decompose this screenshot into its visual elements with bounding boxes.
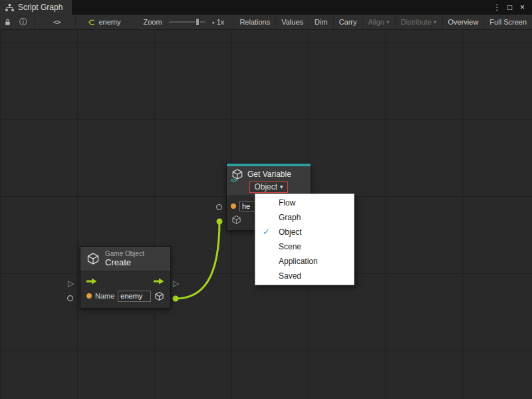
align-button[interactable]: Align ▾ — [362, 15, 395, 29]
graph-name[interactable]: enemy — [96, 18, 124, 26]
zoom-reset-icon[interactable]: ● — [212, 20, 215, 25]
code-badge-icon: <> — [231, 177, 237, 184]
values-button[interactable]: Values — [275, 15, 309, 29]
output-cube-icon[interactable] — [154, 291, 164, 301]
lock-icon[interactable] — [0, 15, 15, 29]
menu-item-flow[interactable]: Flow — [255, 196, 354, 210]
maximize-icon[interactable]: □ — [504, 0, 515, 15]
zoom-value: 1x — [217, 18, 225, 26]
zoom-slider[interactable] — [169, 21, 205, 23]
check-icon: ✓ — [263, 227, 270, 237]
variable-scope-menu: Flow Graph ✓ Object Scene Application Sa… — [255, 194, 354, 285]
flow-in-port[interactable]: ▷ — [68, 279, 74, 287]
menu-item-graph[interactable]: Graph — [255, 210, 354, 225]
tab-script-graph[interactable]: Script Graph — [0, 0, 72, 15]
create-node-body: Name — [80, 271, 170, 308]
chevron-down-icon: ▾ — [280, 184, 283, 190]
node-category: Game Object — [105, 250, 144, 258]
menu-item-saved[interactable]: Saved — [255, 269, 354, 283]
graph-pointer-icon — [84, 15, 96, 29]
tab-label: Script Graph — [18, 3, 63, 12]
window-controls: ⋮ □ × — [491, 0, 532, 15]
dim-button[interactable]: Dim — [309, 15, 333, 29]
zoom-slider-handle[interactable] — [196, 18, 200, 26]
script-graph-icon — [5, 4, 14, 11]
name-port-label: Name — [95, 292, 114, 300]
get-variable-header[interactable]: <> Get Variable Object ▾ — [227, 166, 311, 196]
info-icon[interactable]: ⓘ — [15, 15, 31, 29]
get-variable-input-port[interactable] — [216, 204, 222, 210]
code-view-icon[interactable]: <> — [49, 15, 65, 29]
create-node[interactable]: Game Object Create Name — [80, 246, 171, 309]
carry-button[interactable]: Carry — [333, 15, 362, 29]
variable-scope-dropdown[interactable]: Object ▾ — [249, 182, 287, 193]
toolbar-separator — [34, 15, 35, 29]
name-input-port[interactable] — [67, 295, 73, 301]
title-bar: Script Graph ⋮ □ × — [0, 0, 532, 15]
value-port-dot[interactable] — [231, 203, 236, 209]
node-title: Create — [105, 258, 144, 268]
game-object-cube-icon — [86, 252, 100, 265]
name-input[interactable] — [118, 291, 151, 302]
chevron-down-icon: ▾ — [434, 19, 437, 25]
close-icon[interactable]: × — [517, 0, 528, 15]
distribute-button[interactable]: Distribute ▾ — [395, 15, 442, 29]
menu-item-scene[interactable]: Scene — [255, 239, 354, 254]
variable-cube-icon: <> — [231, 168, 243, 180]
value-port-dot[interactable] — [86, 293, 92, 299]
menu-item-application[interactable]: Application — [255, 254, 354, 269]
overview-button[interactable]: Overview — [442, 15, 484, 29]
flow-in-arrow-icon[interactable] — [86, 278, 97, 285]
flow-out-arrow-icon[interactable] — [154, 278, 164, 285]
object-port-cube-icon[interactable] — [231, 215, 241, 225]
menu-item-object[interactable]: ✓ Object — [255, 225, 354, 239]
kebab-menu-icon[interactable]: ⋮ — [491, 0, 503, 15]
flow-out-port[interactable]: ▷ — [173, 279, 179, 287]
relations-button[interactable]: Relations — [233, 15, 275, 29]
fullscreen-button[interactable]: Full Screen — [483, 15, 532, 29]
toolbar-separator — [75, 15, 76, 29]
graph-toolbar: ⓘ <> enemy Zoom ● 1x Relations Values Di… — [0, 15, 532, 30]
zoom-label: Zoom — [141, 18, 165, 26]
chevron-down-icon: ▾ — [386, 19, 390, 25]
node-title: Get Variable — [247, 170, 291, 179]
create-node-header[interactable]: Game Object Create — [80, 247, 170, 271]
graph-canvas[interactable]: <> Get Variable Object ▾ — [0, 30, 532, 399]
